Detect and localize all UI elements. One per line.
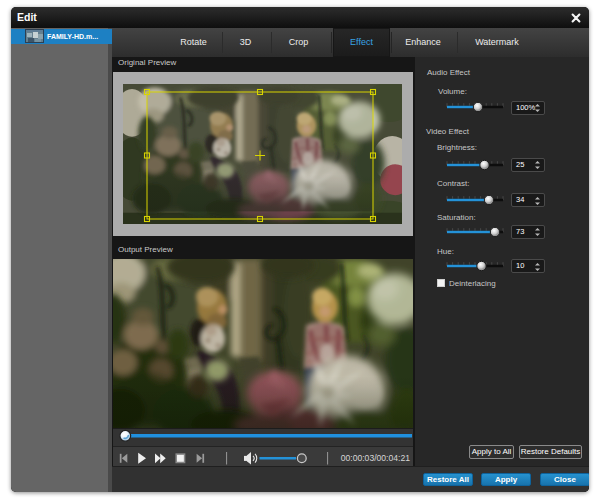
svg-text:00:00:03/00:04:21: 00:00:03/00:04:21 [341, 453, 411, 463]
